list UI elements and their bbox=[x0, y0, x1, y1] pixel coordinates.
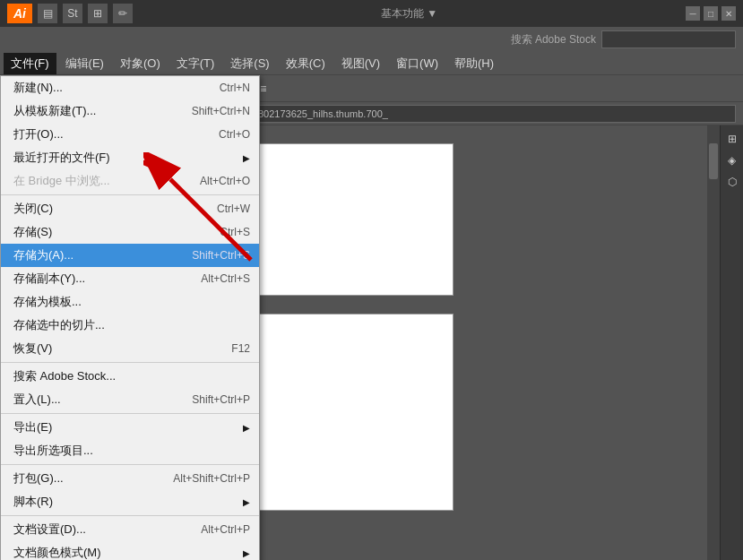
menu-bar: 文件(F) 编辑(E) 对象(O) 文字(T) 选择(S) 效果(C) 视图(V… bbox=[0, 52, 743, 75]
menu-item-new[interactable]: 新建(N)... Ctrl+N bbox=[1, 76, 259, 99]
menu-item-close[interactable]: 关闭(C) Ctrl+W bbox=[1, 197, 259, 220]
menu-text[interactable]: 文字(T) bbox=[169, 53, 222, 74]
menu-object[interactable]: 对象(O) bbox=[113, 53, 168, 74]
file-dropdown: 新建(N)... Ctrl+N 从模板新建(T)... Shift+Ctrl+N… bbox=[0, 75, 260, 560]
menu-edit[interactable]: 编辑(E) bbox=[58, 53, 111, 74]
menu-item-open-recent[interactable]: 最近打开的文件(F) ▶ bbox=[1, 146, 259, 169]
bridge-btn[interactable]: St bbox=[63, 4, 82, 23]
menu-item-doc-settings[interactable]: 文档设置(D)... Alt+Ctrl+P bbox=[1, 518, 259, 541]
close-btn[interactable]: ✕ bbox=[721, 6, 736, 21]
scrollbar-thumb bbox=[709, 143, 718, 179]
menu-item-doc-color-mode[interactable]: 文档颜色模式(M) ▶ bbox=[1, 541, 259, 560]
menu-item-save-template[interactable]: 存储为模板... bbox=[1, 290, 259, 314]
window-controls: ─ □ ✕ bbox=[686, 6, 736, 21]
menu-select[interactable]: 选择(S) bbox=[223, 53, 276, 74]
menu-window[interactable]: 窗口(W) bbox=[389, 53, 445, 74]
workspace-label: 基本功能 ▼ bbox=[133, 6, 686, 22]
separator-1 bbox=[1, 194, 259, 195]
file-menu: 新建(N)... Ctrl+N 从模板新建(T)... Shift+Ctrl+N… bbox=[0, 75, 260, 560]
menu-item-package[interactable]: 打包(G)... Alt+Shift+Ctrl+P bbox=[1, 467, 259, 490]
ai-logo-icon: Ai bbox=[7, 4, 32, 23]
menu-help[interactable]: 帮助(H) bbox=[447, 53, 501, 74]
menu-file[interactable]: 文件(F) bbox=[4, 53, 56, 74]
separator-3 bbox=[1, 413, 259, 414]
menu-item-open[interactable]: 打开(O)... Ctrl+O bbox=[1, 123, 259, 146]
menu-item-browse-bridge: 在 Bridge 中浏览... Alt+Ctrl+O bbox=[1, 169, 259, 193]
search-bar: 搜索 Adobe Stock bbox=[0, 27, 743, 52]
menu-item-export-selected[interactable]: 导出所选项目... bbox=[1, 439, 259, 462]
search-label: 搜索 Adobe Stock bbox=[511, 32, 596, 47]
right-btn-1[interactable]: ⊞ bbox=[722, 129, 742, 149]
menu-item-export[interactable]: 导出(E) ▶ bbox=[1, 416, 259, 439]
menu-item-revert[interactable]: 恢复(V) F12 bbox=[1, 337, 259, 360]
menu-item-scripts[interactable]: 脚本(R) ▶ bbox=[1, 490, 259, 513]
right-btn-3[interactable]: ⬡ bbox=[722, 172, 742, 192]
title-bar-left: Ai ▤ St ⊞ ✏ bbox=[7, 4, 133, 23]
menu-item-save-as[interactable]: 存储为(A)... Shift+Ctrl+S bbox=[1, 244, 259, 267]
menu-item-save-slices[interactable]: 存储选中的切片... bbox=[1, 314, 259, 337]
canvas-scrollbar[interactable] bbox=[707, 125, 720, 560]
menu-effect[interactable]: 效果(C) bbox=[279, 53, 333, 74]
layout-btn[interactable]: ⊞ bbox=[88, 4, 108, 23]
toolbar-toggle-btn[interactable]: ▤ bbox=[38, 4, 57, 23]
right-btn-2[interactable]: ◈ bbox=[722, 151, 742, 170]
menu-view[interactable]: 视图(V) bbox=[334, 53, 387, 74]
menu-item-place[interactable]: 置入(L)... Shift+Ctrl+P bbox=[1, 388, 259, 411]
menu-item-search-stock[interactable]: 搜索 Adobe Stock... bbox=[1, 365, 259, 388]
separator-4 bbox=[1, 464, 259, 465]
menu-item-save-copy[interactable]: 存储副本(Y)... Alt+Ctrl+S bbox=[1, 267, 259, 290]
menu-item-save[interactable]: 存储(S) Ctrl+S bbox=[1, 220, 259, 244]
canvas-page-3 bbox=[256, 314, 454, 511]
search-input[interactable] bbox=[601, 30, 736, 48]
title-bar: Ai ▤ St ⊞ ✏ 基本功能 ▼ ─ □ ✕ bbox=[0, 0, 743, 27]
separator-2 bbox=[1, 362, 259, 363]
menu-item-new-template[interactable]: 从模板新建(T)... Shift+Ctrl+N bbox=[1, 99, 259, 123]
minimize-btn[interactable]: ─ bbox=[686, 6, 700, 21]
right-tools-panel: ⊞ ◈ ⬡ bbox=[720, 125, 743, 560]
maximize-btn[interactable]: □ bbox=[704, 6, 718, 21]
pen-btn[interactable]: ✏ bbox=[113, 4, 133, 23]
separator-5 bbox=[1, 515, 259, 516]
canvas-page-2 bbox=[256, 143, 454, 296]
